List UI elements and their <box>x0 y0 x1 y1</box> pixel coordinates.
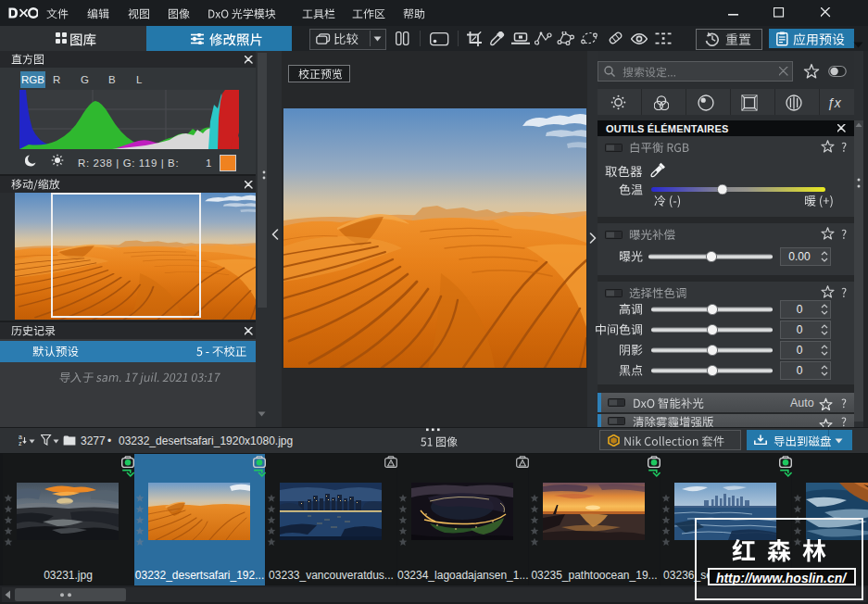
svg-text:a: a <box>19 434 22 440</box>
svg-text:z: z <box>19 440 22 447</box>
